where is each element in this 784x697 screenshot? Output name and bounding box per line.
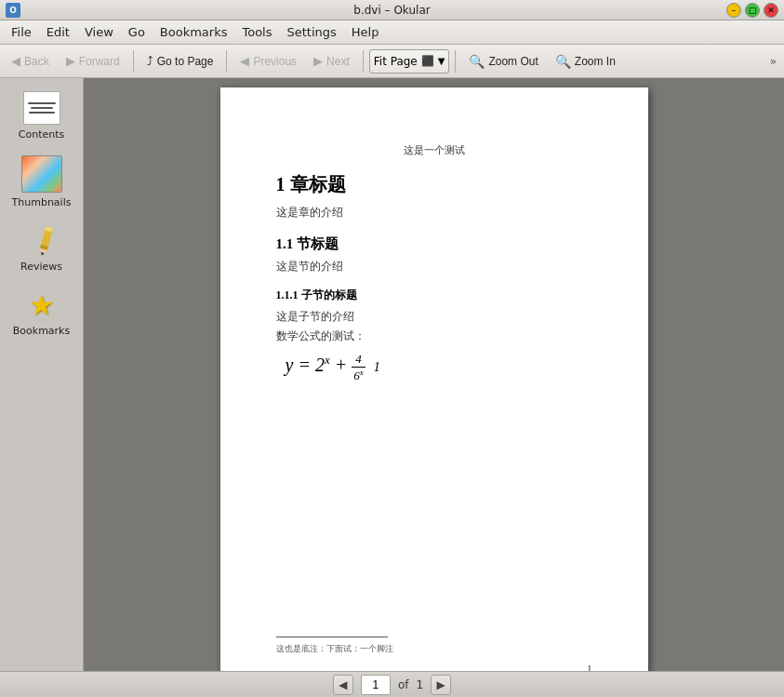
formula-plus: + bbox=[335, 355, 352, 375]
go-to-page-icon: ⤴ bbox=[147, 54, 153, 68]
sidebar-item-reviews[interactable]: Reviews bbox=[5, 218, 79, 278]
titlebar-buttons[interactable]: – □ ✕ bbox=[726, 3, 778, 18]
back-icon: ◀ bbox=[11, 54, 20, 68]
page-subsection-intro: 这是子节的介绍 bbox=[276, 309, 592, 325]
contents-line-1 bbox=[28, 102, 56, 104]
titlebar-icon-area: O bbox=[6, 3, 20, 18]
page-number: 1 bbox=[587, 663, 592, 671]
contents-label: Contents bbox=[19, 128, 64, 141]
minimize-button[interactable]: – bbox=[726, 3, 741, 18]
menu-view[interactable]: View bbox=[77, 23, 121, 41]
status-next-button[interactable]: ▶ bbox=[431, 675, 451, 695]
statusbar: ◀ of 1 ▶ bbox=[0, 671, 784, 697]
go-to-page-button[interactable]: ⤴ Go to Page bbox=[140, 51, 221, 71]
menu-edit[interactable]: Edit bbox=[39, 23, 77, 41]
next-button[interactable]: ▶ Next bbox=[306, 51, 357, 71]
thumbnail-image bbox=[21, 155, 62, 193]
zoom-out-label: Zoom Out bbox=[488, 55, 538, 68]
zoom-out-icon: 🔍 bbox=[469, 54, 485, 69]
forward-icon: ▶ bbox=[66, 54, 75, 68]
thumbnails-icon bbox=[21, 155, 62, 193]
toolbar-separator-4 bbox=[455, 50, 456, 73]
menu-bookmarks[interactable]: Bookmarks bbox=[153, 23, 235, 41]
back-label: Back bbox=[24, 55, 49, 68]
sidebar-item-thumbnails[interactable]: Thumbnails bbox=[5, 150, 79, 214]
titlebar: O b.dvi – Okular – □ ✕ bbox=[0, 0, 784, 20]
of-label: of bbox=[398, 678, 409, 691]
bookmarks-icon: ★ bbox=[25, 288, 59, 321]
menu-help[interactable]: Help bbox=[344, 23, 387, 41]
next-icon: ▶ bbox=[313, 54, 323, 68]
toolbar-more-button[interactable]: » bbox=[766, 53, 780, 70]
menu-tools[interactable]: Tools bbox=[234, 23, 279, 41]
sidebar-item-bookmarks[interactable]: ★ Bookmarks bbox=[5, 282, 79, 342]
toolbar-separator-2 bbox=[226, 50, 227, 73]
pencil-svg bbox=[27, 223, 57, 257]
previous-label: Previous bbox=[253, 55, 297, 68]
sidebar-item-contents[interactable]: Contents bbox=[5, 86, 79, 146]
menubar: File Edit View Go Bookmarks Tools Settin… bbox=[0, 20, 784, 45]
minimize-icon: – bbox=[732, 6, 737, 15]
sidebar: Contents Thumbnails bbox=[0, 78, 84, 671]
toolbar-separator-3 bbox=[363, 50, 364, 73]
page-section: 1.1 节标题 bbox=[276, 235, 592, 253]
forward-label: Forward bbox=[79, 55, 120, 68]
document-page: 这是一个测试 1 章标题 这是章的介绍 1.1 节标题 这是节的介绍 1.1.1… bbox=[220, 87, 648, 671]
page-subsection: 1.1.1 子节的标题 bbox=[276, 288, 592, 303]
formula-fraction: 4 6x bbox=[352, 352, 365, 383]
next-label: Next bbox=[326, 55, 350, 68]
page-chapter: 1 章标题 bbox=[276, 172, 592, 197]
main-area: Contents Thumbnails bbox=[0, 78, 784, 671]
thumbnails-label: Thumbnails bbox=[12, 196, 72, 208]
page-number-input[interactable] bbox=[361, 675, 391, 695]
window-title: b.dvi – Okular bbox=[353, 4, 430, 17]
bookmarks-label: Bookmarks bbox=[13, 325, 70, 337]
menu-go[interactable]: Go bbox=[121, 23, 153, 41]
app-icon: O bbox=[6, 3, 20, 18]
total-pages-label: 1 bbox=[416, 678, 423, 691]
forward-button[interactable]: ▶ Forward bbox=[59, 51, 127, 71]
zoom-in-button[interactable]: 🔍 Zoom In bbox=[548, 51, 623, 72]
zoom-out-button[interactable]: 🔍 Zoom Out bbox=[461, 51, 545, 72]
footer-rule bbox=[276, 637, 388, 637]
go-to-page-label: Go to Page bbox=[157, 55, 214, 68]
previous-icon: ◀ bbox=[240, 54, 249, 68]
back-button[interactable]: ◀ Back bbox=[4, 51, 57, 71]
maximize-button[interactable]: □ bbox=[745, 3, 760, 18]
reviews-label: Reviews bbox=[20, 261, 62, 273]
status-prev-button[interactable]: ◀ bbox=[333, 675, 353, 695]
zoom-in-icon: 🔍 bbox=[555, 54, 571, 69]
contents-icon bbox=[23, 91, 60, 125]
fit-page-arrow-icon: ▼ bbox=[438, 56, 445, 66]
toolbar-separator-1 bbox=[133, 50, 134, 73]
document-area[interactable]: 这是一个测试 1 章标题 这是章的介绍 1.1 节标题 这是节的介绍 1.1.1… bbox=[84, 78, 784, 671]
page-math-label: 数学公式的测试： bbox=[276, 328, 592, 344]
contents-line-3 bbox=[29, 112, 55, 114]
formula-one: 1 bbox=[374, 360, 380, 374]
menu-file[interactable]: File bbox=[4, 23, 39, 41]
formula-2x: 2x bbox=[315, 355, 330, 375]
footer-text: 这也是底注：下面试：一个脚注 bbox=[276, 643, 592, 655]
star-icon: ★ bbox=[29, 288, 54, 321]
fit-page-label: Fit Page bbox=[374, 55, 418, 68]
fit-page-dropdown[interactable]: Fit Page ⬛ ▼ bbox=[369, 49, 450, 74]
close-icon: ✕ bbox=[767, 6, 775, 15]
page-chapter-intro: 这是章的介绍 bbox=[276, 205, 592, 221]
page-test-text: 这是一个测试 bbox=[276, 143, 592, 157]
previous-button[interactable]: ◀ Previous bbox=[233, 51, 304, 71]
page-formula: y = 2x + 4 6x 1 bbox=[276, 352, 592, 383]
toolbar: ◀ Back ▶ Forward ⤴ Go to Page ◀ Previous… bbox=[0, 45, 784, 78]
close-button[interactable]: ✕ bbox=[764, 3, 778, 18]
fit-page-icon: ⬛ bbox=[421, 55, 434, 67]
reviews-icon bbox=[27, 223, 57, 257]
menu-settings[interactable]: Settings bbox=[280, 23, 344, 41]
maximize-icon: □ bbox=[749, 6, 757, 15]
formula-equals: = bbox=[298, 355, 315, 375]
page-footer: 这也是底注：下面试：一个脚注 bbox=[276, 637, 592, 655]
formula-y: y bbox=[286, 355, 294, 375]
page-section-intro: 这是节的介绍 bbox=[276, 259, 592, 275]
contents-line-2 bbox=[31, 107, 53, 109]
zoom-in-label: Zoom In bbox=[575, 55, 616, 68]
